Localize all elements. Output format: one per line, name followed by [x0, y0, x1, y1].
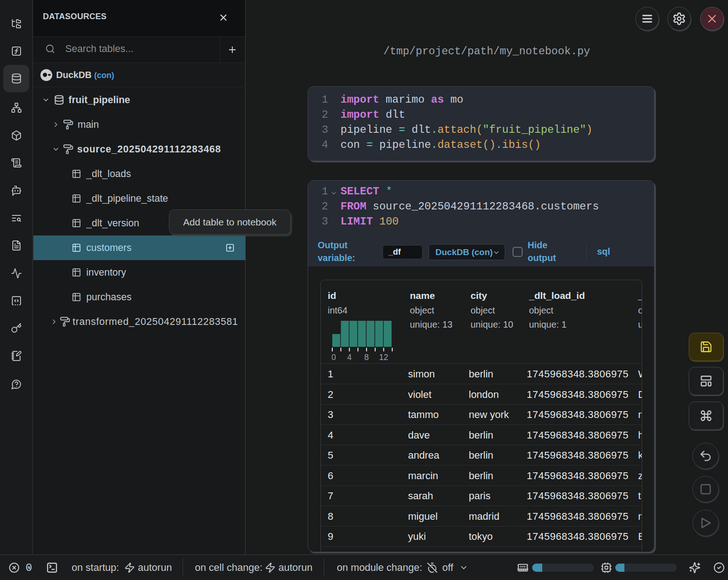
svg-text:12: 12 [379, 353, 388, 361]
svg-text:8: 8 [364, 353, 369, 361]
svg-text:4: 4 [347, 353, 351, 361]
svg-text:0: 0 [332, 353, 336, 361]
